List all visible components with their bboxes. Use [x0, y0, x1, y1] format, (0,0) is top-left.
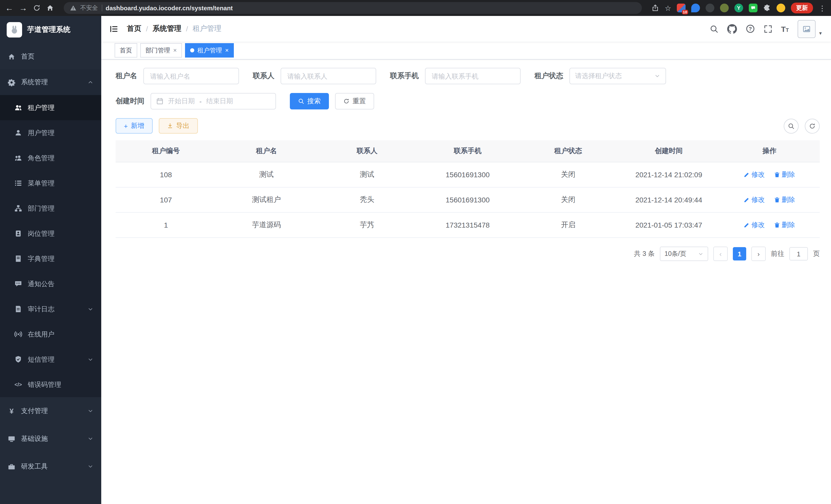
- search-button[interactable]: 搜索: [290, 93, 329, 110]
- page-unit-label: 页: [813, 249, 820, 259]
- toggle-search-icon-button[interactable]: [784, 118, 799, 133]
- calendar-icon: [156, 98, 164, 105]
- export-button[interactable]: 导出: [159, 118, 198, 134]
- tenant-name-input[interactable]: [143, 68, 239, 84]
- mobile-input[interactable]: [425, 68, 521, 84]
- sidebar-fold-icon[interactable]: [110, 24, 118, 33]
- cell-created: 2021-12-14 20:49:44: [619, 187, 719, 212]
- extensions-puzzle-icon[interactable]: [763, 4, 771, 12]
- extension-icon-6[interactable]: [749, 4, 757, 12]
- browser-menu-icon[interactable]: ⋮: [819, 4, 826, 12]
- table-header-row: 租户编号 租户名 联系人 联系手机 租户状态 创建时间 操作: [116, 140, 820, 162]
- tag-tenant-active[interactable]: 租户管理 ×: [185, 43, 234, 58]
- app-logo[interactable]: 芋道管理系统: [0, 16, 101, 44]
- security-warning-icon[interactable]: [70, 5, 77, 11]
- sidebar-item-error-code[interactable]: </> 错误码管理: [0, 372, 101, 397]
- fullscreen-icon[interactable]: [764, 24, 772, 33]
- status-select[interactable]: 请选择租户状态: [569, 68, 666, 84]
- avatar-caret-icon[interactable]: ▾: [819, 30, 822, 36]
- cell-tenant-name: 测试租户: [216, 187, 317, 212]
- date-range-picker[interactable]: 开始日期 - 结束日期: [150, 93, 276, 110]
- cell-actions: 修改 删除: [719, 212, 820, 238]
- prev-page-button[interactable]: ‹: [713, 246, 728, 261]
- sidebar-item-audit-log[interactable]: 审计日志: [0, 296, 101, 322]
- sidebar-item-label: 支付管理: [21, 406, 48, 416]
- home-icon: [8, 53, 16, 60]
- address-bar[interactable]: 不安全 dashboard.yudao.iocoder.cn/system/te…: [64, 2, 642, 14]
- breadcrumb-home[interactable]: 首页: [127, 24, 141, 33]
- sidebar-item-infra[interactable]: 基础设施: [0, 425, 101, 453]
- browser-forward-icon[interactable]: →: [19, 4, 27, 12]
- browser-refresh-icon[interactable]: [33, 4, 40, 12]
- table-row: 107 测试租户 秃头 15601691300 关闭 2021-12-14 20…: [116, 187, 820, 212]
- sidebar-item-dev-tools[interactable]: 研发工具: [0, 453, 101, 480]
- breadcrumb-current: 租户管理: [193, 24, 222, 33]
- browser-back-icon[interactable]: ←: [5, 4, 13, 12]
- tag-dept[interactable]: 部门管理 ×: [140, 43, 182, 58]
- goto-page-input[interactable]: [790, 247, 808, 261]
- edit-link[interactable]: 修改: [744, 195, 765, 205]
- sidebar-item-online-users[interactable]: 在线用户: [0, 322, 101, 347]
- extension-icon-3[interactable]: [706, 4, 714, 12]
- page-url[interactable]: dashboard.yudao.iocoder.cn/system/tenant: [106, 4, 233, 11]
- security-label[interactable]: 不安全: [80, 4, 98, 12]
- sidebar-item-tenant[interactable]: 租户管理: [0, 95, 101, 120]
- sidebar-item-user[interactable]: 用户管理: [0, 120, 101, 145]
- sidebar-item-notice[interactable]: 通知公告: [0, 271, 101, 296]
- profile-avatar-icon[interactable]: [776, 4, 785, 12]
- delete-link[interactable]: 删除: [774, 195, 795, 205]
- header-search-icon[interactable]: [710, 24, 718, 33]
- page-content: 租户名 联系人 联系手机 租户状态 请选择租户状态: [101, 60, 831, 261]
- refresh-table-button[interactable]: [805, 118, 820, 133]
- cell-contact: 芋艿: [317, 212, 417, 238]
- bookmark-star-icon[interactable]: ☆: [665, 4, 671, 11]
- sidebar-item-home[interactable]: 首页: [0, 44, 101, 69]
- browser-home-icon[interactable]: [46, 4, 54, 12]
- contact-input[interactable]: [281, 68, 376, 84]
- chevron-down-icon: [87, 408, 93, 414]
- github-icon[interactable]: [727, 24, 737, 34]
- chevron-up-icon: [87, 79, 93, 85]
- start-date-placeholder: 开始日期: [168, 97, 195, 106]
- current-page-button[interactable]: 1: [733, 247, 746, 261]
- extension-icon-2[interactable]: [691, 4, 700, 12]
- help-question-icon[interactable]: ?: [745, 24, 755, 33]
- sidebar-item-system[interactable]: 系统管理: [0, 69, 101, 95]
- sidebar-item-dept[interactable]: 部门管理: [0, 196, 101, 221]
- sidebar-item-pay[interactable]: ¥ 支付管理: [0, 397, 101, 425]
- extension-icon-1[interactable]: 10: [677, 4, 686, 12]
- tag-close-icon[interactable]: ×: [173, 47, 177, 53]
- extension-badge: 10: [682, 10, 688, 14]
- tenant-name-label: 租户名: [116, 71, 137, 81]
- sidebar-item-dict[interactable]: 字典管理: [0, 246, 101, 271]
- sidebar-item-post[interactable]: 岗位管理: [0, 221, 101, 246]
- page-size-select[interactable]: 10条/页: [660, 246, 708, 261]
- breadcrumb-system[interactable]: 系统管理: [153, 24, 181, 33]
- tag-label: 部门管理: [145, 46, 170, 55]
- edit-link[interactable]: 修改: [744, 170, 765, 179]
- edit-link[interactable]: 修改: [744, 220, 765, 230]
- add-button[interactable]: + 新增: [116, 118, 152, 134]
- sidebar-item-sms[interactable]: 短信管理: [0, 347, 101, 372]
- extension-icon-5[interactable]: Y: [735, 4, 743, 12]
- share-icon[interactable]: [652, 4, 659, 12]
- top-navbar: 首页 / 系统管理 / 租户管理 ?: [101, 16, 831, 41]
- sidebar-item-label: 菜单管理: [28, 179, 55, 188]
- delete-link[interactable]: 删除: [774, 220, 795, 230]
- browser-update-button[interactable]: 更新: [791, 3, 813, 13]
- reset-button[interactable]: 重置: [335, 93, 374, 110]
- page-size-value: 10条/页: [664, 249, 686, 258]
- extension-icon-4[interactable]: [720, 4, 729, 12]
- sidebar-item-menu[interactable]: 菜单管理: [0, 171, 101, 196]
- next-page-button[interactable]: ›: [751, 246, 766, 261]
- sidebar-item-role[interactable]: 角色管理: [0, 145, 101, 171]
- logo-rabbit-icon: [7, 22, 22, 37]
- app-title: 芋道管理系统: [27, 25, 70, 34]
- font-size-icon[interactable]: TT: [781, 25, 789, 33]
- chevron-down-icon: [87, 356, 93, 362]
- tag-close-icon[interactable]: ×: [225, 47, 229, 53]
- user-avatar[interactable]: [798, 20, 815, 38]
- cell-tenant-id: 1: [116, 212, 216, 238]
- delete-link[interactable]: 删除: [774, 170, 795, 179]
- tag-home[interactable]: 首页: [115, 43, 137, 58]
